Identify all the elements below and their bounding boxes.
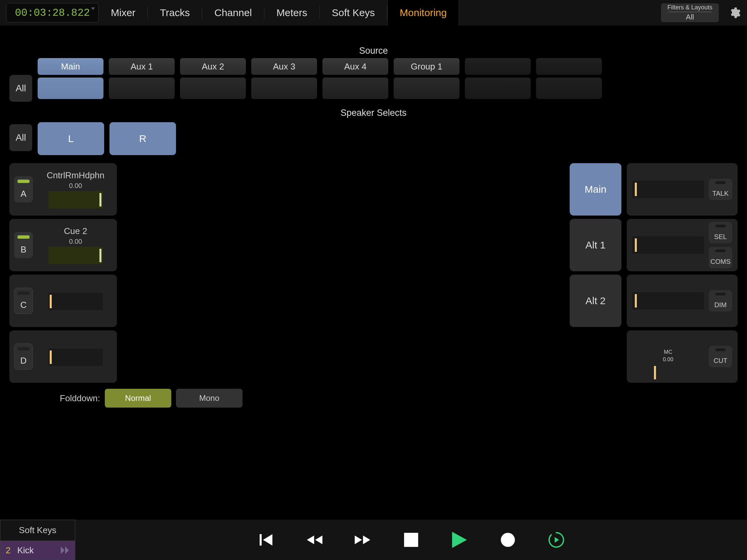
slot-letter[interactable]: B xyxy=(14,232,33,258)
led-indicator xyxy=(716,181,725,184)
loop-icon[interactable] xyxy=(547,531,565,549)
slot-name: CntrlRmHdphn xyxy=(47,170,104,181)
folddown-normal[interactable]: Normal xyxy=(105,389,171,407)
tab-channel[interactable]: Channel xyxy=(202,0,264,26)
softkeys-panel: Soft Keys 2 Kick xyxy=(0,520,75,560)
level-meter[interactable] xyxy=(632,292,704,310)
led-indicator xyxy=(716,249,725,252)
source-empty-7[interactable] xyxy=(536,58,602,102)
monitor-alt-2[interactable]: Alt 2 xyxy=(570,275,621,327)
mc-name: MC xyxy=(664,349,672,355)
slot-value: 0.00 xyxy=(69,182,82,190)
cut-button[interactable]: CUT xyxy=(709,346,732,367)
filters-value: All xyxy=(686,13,694,22)
level-meter[interactable] xyxy=(632,181,704,198)
level-meter xyxy=(48,247,103,264)
speaker-title: Speaker Selects xyxy=(9,108,738,118)
monitor-slot-3: MC0.00CUT xyxy=(627,330,738,383)
speaker-l[interactable]: L xyxy=(37,122,104,155)
monitor-slot-2: DIM xyxy=(627,275,738,327)
monitor-main[interactable]: Main xyxy=(570,163,621,216)
stop-icon[interactable] xyxy=(402,531,420,549)
source-label: Aux 4 xyxy=(323,58,388,75)
play-icon[interactable] xyxy=(450,531,468,549)
slot-letter[interactable]: D xyxy=(14,343,33,370)
slot-value: 0.00 xyxy=(69,238,82,245)
main-tabs: MixerTracksChannelMetersSoft KeysMonitor… xyxy=(99,0,661,26)
led-indicator xyxy=(716,348,725,351)
svg-rect-0 xyxy=(260,534,262,545)
monitor-slot-0: TALK xyxy=(627,163,738,216)
level-meter xyxy=(48,191,103,209)
slot-letter[interactable]: A xyxy=(14,176,33,203)
monitor-alt-1[interactable]: Alt 1 xyxy=(570,219,621,271)
speaker-all-button[interactable]: All xyxy=(9,124,32,151)
rewind-icon[interactable] xyxy=(305,531,324,549)
cue-slot-c[interactable]: C xyxy=(9,275,117,327)
source-aux-4[interactable]: Aux 4 xyxy=(323,58,388,102)
source-sub xyxy=(180,78,246,99)
led-indicator xyxy=(18,180,30,183)
folddown-label: Folddown: xyxy=(60,393,100,404)
source-main[interactable]: Main xyxy=(37,58,103,102)
level-meter[interactable] xyxy=(632,236,704,254)
folddown-mono[interactable]: Mono xyxy=(176,389,242,407)
filters-title: Filters & Layouts xyxy=(667,4,713,11)
source-aux-1[interactable]: Aux 1 xyxy=(109,58,175,102)
slot-letter[interactable]: C xyxy=(14,288,33,314)
speaker-r[interactable]: R xyxy=(109,122,176,155)
led-indicator xyxy=(18,235,30,239)
tab-mixer[interactable]: Mixer xyxy=(99,0,148,26)
tab-soft-keys[interactable]: Soft Keys xyxy=(320,0,387,26)
tab-tracks[interactable]: Tracks xyxy=(148,0,202,26)
source-aux-2[interactable]: Aux 2 xyxy=(180,58,246,102)
fastforward-icon[interactable] xyxy=(354,531,372,549)
timecode-display[interactable]: 00:03:28.822 xyxy=(6,3,99,23)
source-group-1[interactable]: Group 1 xyxy=(394,58,460,102)
source-aux-3[interactable]: Aux 3 xyxy=(251,58,317,102)
source-sub xyxy=(536,78,602,99)
source-title: Source xyxy=(9,46,738,56)
level-meter xyxy=(48,293,103,310)
source-sub xyxy=(109,78,175,99)
tab-monitoring[interactable]: Monitoring xyxy=(387,0,459,26)
source-sub xyxy=(465,78,531,99)
softkey-number: 2 xyxy=(6,545,10,556)
source-empty-6[interactable] xyxy=(465,58,531,102)
tab-meters[interactable]: Meters xyxy=(264,0,319,26)
gear-icon[interactable] xyxy=(728,6,741,19)
dim-button[interactable]: DIM xyxy=(709,290,732,312)
mc-value: 0.00 xyxy=(663,356,673,363)
softkeys-track[interactable]: 2 Kick xyxy=(0,541,75,560)
softkey-name: Kick xyxy=(17,545,33,556)
source-label xyxy=(536,58,602,75)
fastforward-icon xyxy=(61,546,70,554)
filters-layouts-button[interactable]: Filters & Layouts All xyxy=(661,3,719,22)
sel-button[interactable]: SEL xyxy=(709,222,732,243)
svg-point-2 xyxy=(501,533,515,547)
led-indicator xyxy=(18,291,30,295)
led-indicator xyxy=(716,293,725,295)
coms-button[interactable]: COMS xyxy=(709,247,732,268)
timecode-value: 00:03:28.822 xyxy=(15,7,90,19)
source-label: Main xyxy=(37,58,103,75)
slot-name: Cue 2 xyxy=(64,226,87,236)
chevron-down-icon xyxy=(91,7,95,10)
led-indicator xyxy=(716,224,725,227)
talk-button[interactable]: TALK xyxy=(709,179,732,200)
source-label: Group 1 xyxy=(394,58,460,75)
source-sub xyxy=(394,78,460,99)
source-label: Aux 1 xyxy=(109,58,175,75)
source-label: Aux 2 xyxy=(180,58,246,75)
svg-rect-1 xyxy=(404,533,418,547)
source-label: Aux 3 xyxy=(251,58,317,75)
divider xyxy=(668,12,712,12)
softkeys-title[interactable]: Soft Keys xyxy=(0,520,75,541)
skip-start-icon[interactable] xyxy=(257,531,275,549)
cue-slot-b[interactable]: BCue 20.00 xyxy=(9,219,117,271)
source-all-button[interactable]: All xyxy=(9,75,32,102)
cue-slot-d[interactable]: D xyxy=(9,330,117,383)
cue-slot-a[interactable]: ACntrlRmHdphn0.00 xyxy=(9,163,117,216)
record-icon[interactable] xyxy=(499,531,517,549)
source-label xyxy=(465,58,531,75)
